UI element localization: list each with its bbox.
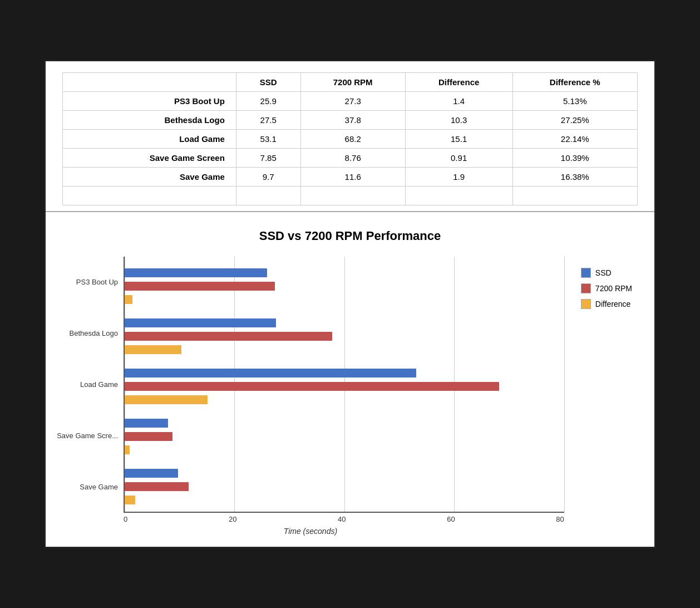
bar-row [125, 431, 564, 442]
ssd-bar [125, 419, 168, 428]
table-cell: 10.3 [405, 111, 512, 130]
y-label-group: Load Game [57, 360, 118, 410]
table-cell: 53.1 [236, 130, 300, 149]
rpm-bar [125, 382, 499, 391]
table-row: Bethesda Logo27.537.810.327.25% [63, 111, 638, 130]
table-cell: 27.5 [236, 111, 300, 130]
bar-group [125, 361, 564, 411]
table-header-cell: Difference [405, 73, 512, 92]
rpm-bar [125, 282, 275, 291]
bars-container [124, 257, 564, 513]
chart-legend: SSD7200 RPMDifference [564, 257, 643, 309]
table-header-cell: Difference % [512, 73, 638, 92]
diff-bar [125, 345, 181, 354]
bar-row [125, 331, 564, 342]
legend-color-box [581, 268, 591, 278]
bar-row [125, 494, 564, 506]
bar-row [125, 418, 564, 429]
ssd-bar [125, 318, 276, 327]
diff-bar [125, 445, 130, 454]
table-cell: PS3 Boot Up [63, 92, 236, 111]
table-header-cell: SSD [236, 73, 300, 92]
legend-item: Difference [581, 299, 632, 309]
x-axis-label: 0 [124, 515, 127, 523]
table-cell: 27.25% [512, 111, 638, 130]
x-axis-label: 60 [447, 515, 455, 523]
table-cell: 37.8 [300, 111, 405, 130]
table-cell: 22.14% [512, 130, 638, 149]
table-cell: Load Game [63, 130, 236, 149]
legend-color-box [581, 299, 591, 309]
y-label: PS3 Boot Up [57, 278, 118, 287]
diff-bar [125, 395, 208, 404]
table-cell: 27.3 [300, 92, 405, 111]
table-cell: 68.2 [300, 130, 405, 149]
bar-row [125, 344, 564, 355]
bar-row [125, 281, 564, 292]
table-cell-empty [300, 187, 405, 205]
bar-row [125, 317, 564, 328]
bar-group [125, 311, 564, 361]
bar-group [125, 411, 564, 462]
table-cell: 15.1 [405, 130, 512, 149]
table-row: Save Game Screen7.858.760.9110.39% [63, 149, 638, 168]
table-cell-empty [236, 187, 300, 205]
chart-title: SSD vs 7200 RPM Performance [57, 229, 643, 243]
table-section: SSD7200 RPMDifferenceDifference % PS3 Bo… [46, 61, 654, 212]
bar-row [125, 267, 564, 278]
bar-row [125, 444, 564, 455]
x-axis-label: 20 [229, 515, 236, 523]
diff-bar [125, 496, 135, 504]
table-cell: 1.4 [405, 92, 512, 111]
y-label: Load Game [57, 380, 118, 389]
x-axis-labels: 020406080 [57, 515, 564, 523]
table-header-row: SSD7200 RPMDifferenceDifference % [63, 73, 638, 92]
table-cell: 16.38% [512, 168, 638, 187]
table-header-cell: 7200 RPM [300, 73, 405, 92]
y-label: Save Game Scre... [57, 432, 118, 440]
ssd-bar [125, 369, 416, 377]
y-axis-labels: PS3 Boot UpBethesda LogoLoad GameSave Ga… [57, 257, 124, 513]
legend-label: Difference [595, 300, 631, 308]
table-cell: 10.39% [512, 149, 638, 168]
x-axis-label: 80 [556, 515, 564, 523]
rpm-bar [125, 332, 332, 341]
table-cell: 7.85 [236, 149, 300, 168]
table-cell: Save Game [63, 168, 236, 187]
table-cell: Bethesda Logo [63, 111, 236, 130]
legend-color-box [581, 283, 591, 293]
legend-label: SSD [595, 268, 612, 277]
table-cell-empty [405, 187, 512, 205]
y-label-group: Bethesda Logo [57, 308, 118, 359]
chart-wrapper: PS3 Boot UpBethesda LogoLoad GameSave Ga… [57, 257, 643, 536]
bar-group [125, 462, 564, 512]
table-row: Save Game9.711.61.916.38% [63, 168, 638, 187]
data-table: SSD7200 RPMDifferenceDifference % PS3 Bo… [62, 72, 638, 205]
rpm-bar [125, 432, 172, 441]
bar-row [125, 367, 564, 379]
table-row: Load Game53.168.215.122.14% [63, 130, 638, 149]
table-cell: 8.76 [300, 149, 405, 168]
main-container: SSD7200 RPMDifferenceDifference % PS3 Bo… [44, 60, 656, 548]
y-label-group: Save Game Scre... [57, 411, 118, 461]
x-axis-title: Time (seconds) [57, 527, 564, 536]
ssd-bar [125, 469, 178, 478]
legend-item: 7200 RPM [581, 283, 632, 293]
table-cell: 11.6 [300, 168, 405, 187]
table-cell: Save Game Screen [63, 149, 236, 168]
legend-item: SSD [581, 268, 632, 278]
table-cell: 0.91 [405, 149, 512, 168]
ssd-bar [125, 268, 267, 277]
y-label: Bethesda Logo [57, 329, 118, 338]
table-cell: 1.9 [405, 168, 512, 187]
bar-row [125, 481, 564, 492]
x-axis-label: 40 [338, 515, 346, 523]
y-label: Save Game [57, 483, 118, 492]
legend-label: 7200 RPM [595, 284, 632, 293]
bar-group [125, 261, 564, 311]
table-row: PS3 Boot Up25.927.31.45.13% [63, 92, 638, 111]
y-label-group: PS3 Boot Up [57, 257, 118, 307]
rpm-bar [125, 482, 189, 491]
chart-plot-area: PS3 Boot UpBethesda LogoLoad GameSave Ga… [57, 257, 564, 536]
bar-row [125, 381, 564, 392]
